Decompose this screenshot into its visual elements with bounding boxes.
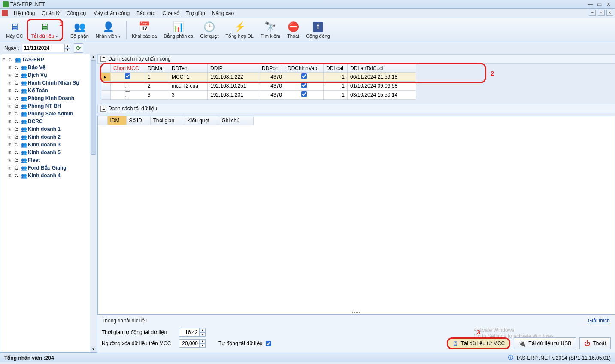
table-row[interactable]: 2mcc T2 cua192.168.10.2514370101/10/2024… — [101, 82, 416, 91]
mcc-header[interactable]: DDLoai — [324, 64, 348, 73]
select-mcc-checkbox[interactable] — [125, 82, 130, 88]
tree-item[interactable]: ⊞🗂👥Kinh doanh 3 — [1, 141, 96, 149]
grid2-header[interactable]: IDM — [107, 116, 126, 125]
tree-item[interactable]: ⊞🗂👥Phòng Sale Admin — [1, 110, 96, 118]
menu-Quản lý[interactable]: Quản lý — [38, 9, 63, 18]
tree-item[interactable]: ⊞🗂👥Kinh doanh 1 — [1, 125, 96, 133]
menu-Báo cáo[interactable]: Báo cáo — [133, 9, 159, 18]
select-mcc-checkbox[interactable] — [125, 91, 130, 97]
exit-button[interactable]: ⏻ Thoát — [579, 337, 611, 349]
tree-root-label[interactable]: TAS-ERP — [22, 57, 44, 63]
tree-item[interactable]: ⊞🗂👥Phòng Kinh Doanh — [1, 94, 96, 102]
grid2-header[interactable]: Kiểu quẹt — [185, 116, 219, 125]
grid2-header[interactable]: Thời gian — [150, 116, 185, 125]
row-header[interactable]: ▸ — [101, 73, 111, 82]
refresh-button[interactable]: ⟳ — [74, 43, 83, 53]
table-row[interactable]: ▸1MCCT1192.168.1.2224370106/11/2024 21:5… — [101, 73, 416, 82]
tree-item[interactable]: ⊞🗂👥Kinh doanh 5 — [1, 149, 96, 156]
threshold-input[interactable] — [179, 339, 200, 348]
maximize-icon[interactable]: ▭ — [596, 1, 603, 7]
grid2-header[interactable]: Số ID — [126, 116, 150, 125]
expand-icon[interactable]: ⊞ — [7, 88, 12, 93]
date-spinner[interactable]: ▲▼ — [64, 44, 70, 52]
toolbar-máy-cc[interactable]: 🖥Máy CC — [3, 19, 27, 41]
menu-Trợ giúp[interactable]: Trợ giúp — [183, 9, 209, 18]
menu-Cửa sổ[interactable]: Cửa sổ — [159, 9, 183, 18]
tree-item[interactable]: ⊞🗂👥Kinh doanh 2 — [1, 133, 96, 141]
expand-icon[interactable]: ⊞ — [7, 73, 12, 77]
expand-icon[interactable]: ⊞ — [7, 104, 12, 108]
mcc-table[interactable]: Chọn MCCDDMaDDTenDDIPDDPortDDChinhVaoDDL… — [101, 64, 416, 100]
expand-icon[interactable]: ⊞ — [7, 166, 12, 170]
threshold-spinner[interactable]: ▲▼ — [200, 339, 206, 348]
toolbar-bộ-phận[interactable]: 👥Bộ phận — [67, 19, 92, 41]
menu-Công cụ[interactable]: Công cụ — [63, 9, 90, 18]
tree-item[interactable]: ⊞🗂👥Dịch Vụ — [1, 71, 96, 79]
toolbar-tải-dữ-liệu[interactable]: 🖥Tải dữ liệu▼1 — [27, 19, 63, 41]
tree-item[interactable]: ⊞🗂👥Kinh doanh 4 — [1, 172, 96, 179]
expand-icon[interactable]: ⊞ — [7, 96, 12, 100]
close-icon[interactable]: ✕ — [605, 1, 612, 7]
menu-Nâng cao[interactable]: Nâng cao — [209, 9, 237, 18]
expand-icon[interactable]: ⊞ — [7, 127, 12, 131]
download-from-usb-button[interactable]: 🔌 Tải dữ liệu từ USB — [514, 337, 576, 349]
row-header[interactable] — [101, 91, 111, 100]
date-input[interactable] — [22, 44, 65, 52]
mcc-header[interactable]: DDTen — [169, 64, 208, 73]
mdi-restore-icon[interactable]: ▫ — [598, 10, 605, 16]
expand-icon[interactable]: ⊞ — [7, 112, 12, 116]
tree-scrollbar[interactable]: ▲ ▼ — [90, 54, 97, 352]
tree-item[interactable]: ⊞🗂👥DCRC — [1, 118, 96, 125]
mcc-header[interactable]: Chọn MCC — [111, 64, 145, 73]
grid2-header[interactable]: Ghi chú — [219, 116, 253, 125]
table-row[interactable]: 33192.168.1.2014370103/10/2024 15:50:14 — [101, 91, 416, 100]
tree-item[interactable]: ⊞🗂👥Hành Chính Nhân Sự — [1, 79, 96, 87]
auto-download-checkbox[interactable] — [266, 341, 271, 346]
expand-icon[interactable]: ⊞ — [7, 119, 12, 124]
expand-icon[interactable]: ⊞ — [7, 135, 12, 139]
mcc-header[interactable]: DDLanTaiCuoi — [348, 64, 416, 73]
scroll-down-icon[interactable]: ▼ — [91, 346, 96, 352]
select-mcc-checkbox[interactable] — [125, 73, 130, 79]
expand-icon[interactable]: ⊞ — [7, 81, 12, 85]
time-spinner[interactable]: ▲▼ — [200, 328, 206, 337]
mdi-minimize-icon[interactable]: − — [589, 10, 596, 16]
scroll-thumb[interactable] — [91, 60, 96, 155]
explain-link[interactable]: Giải thích — [588, 318, 610, 324]
toolbar-giờ-quẹt[interactable]: 🕒Giờ quẹt — [197, 19, 222, 41]
expand-icon[interactable]: ⊞ — [7, 65, 12, 70]
mcc-header[interactable]: DDPort — [259, 64, 285, 73]
toolbar-cộng-đồng[interactable]: fCộng đồng — [303, 19, 333, 41]
download-grid[interactable]: IDMSố IDThời gianKiểu quẹtGhi chú — [97, 116, 615, 315]
expand-icon[interactable]: ⊞ — [7, 158, 12, 162]
toolbar-tìm-kiếm[interactable]: 🔭Tìm kiếm — [257, 19, 284, 41]
toolbar-tổng-hợp-dl[interactable]: ⚡Tổng hợp DL — [222, 19, 257, 41]
chinhvao-checkbox[interactable] — [301, 73, 307, 79]
tree-item[interactable]: ⊞🗂👥Fleet — [1, 156, 96, 164]
tree-root[interactable]: ⊟🗂👥TAS-ERP — [1, 56, 96, 64]
row-header[interactable] — [101, 82, 111, 91]
toolbar-nhân-viên[interactable]: 👤Nhân viên▼ — [92, 19, 124, 41]
expand-icon[interactable]: ⊞ — [7, 173, 12, 178]
collapse-icon[interactable]: ⊟ — [1, 58, 6, 62]
auto-time-input[interactable] — [179, 328, 200, 337]
mcc-header[interactable]: DDIP — [208, 64, 259, 73]
toolbar-thoát[interactable]: ⛔Thoát — [284, 19, 303, 41]
mdi-close-icon[interactable]: × — [606, 10, 613, 16]
mcc-header[interactable]: DDMa — [145, 64, 169, 73]
download-from-mcc-button[interactable]: 3 🖥 Tải dữ liệu từ MCC — [447, 337, 511, 349]
toolbar-bảng-phân-ca[interactable]: 📊Bảng phân ca — [160, 19, 197, 41]
scroll-up-icon[interactable]: ▲ — [91, 54, 96, 60]
minimize-icon[interactable]: — — [586, 1, 594, 7]
menu-Hệ thống[interactable]: Hệ thống — [10, 9, 38, 18]
tree-item[interactable]: ⊞🗂👥Ford Bắc Giang — [1, 164, 96, 172]
tree-item[interactable]: ⊞🗂👥Phòng NT-BH — [1, 102, 96, 110]
expand-icon[interactable]: ⊞ — [7, 143, 12, 147]
mcc-header[interactable]: DDChinhVao — [285, 64, 324, 73]
chinhvao-checkbox[interactable] — [301, 82, 307, 88]
expand-icon[interactable]: ⊞ — [7, 150, 12, 155]
splitter-icon[interactable] — [343, 312, 369, 314]
tree-item[interactable]: ⊞🗂👥Kế Toán — [1, 87, 96, 94]
menu-Máy chấm công[interactable]: Máy chấm công — [90, 9, 133, 18]
tree-item[interactable]: ⊞🗂👥Bảo Vệ — [1, 64, 96, 71]
